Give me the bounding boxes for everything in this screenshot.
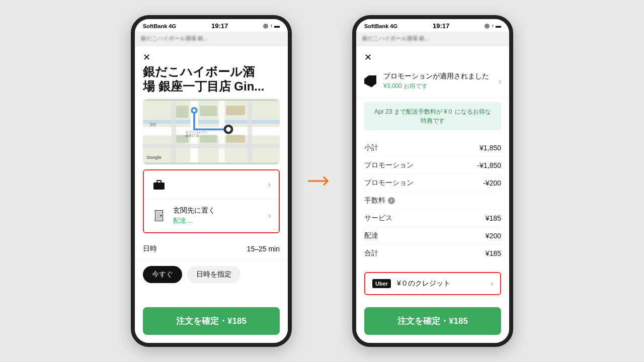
svg-point-15 — [193, 109, 196, 112]
right-status-bar: SoftBank 4G 19:17 ◎ ↑ ▬ — [356, 19, 509, 32]
restaurant-title: 銀だこハイボール酒 場 銀座一丁目店 Gin... — [135, 65, 288, 99]
credit-row[interactable]: Uber ¥０のクレジット › — [364, 272, 501, 295]
subtotal-label: 小計 — [364, 143, 378, 152]
svg-rect-4 — [219, 101, 224, 162]
svg-rect-8 — [176, 106, 189, 118]
left-time: 19:17 — [211, 22, 228, 30]
green-banner: Apr 23 まで配送手数料が ¥０ になるお得な特典です — [364, 102, 501, 130]
svg-rect-5 — [172, 101, 176, 162]
delivery-options-section: › 玄関先に置く 配達… — [143, 169, 280, 233]
price-row-subtotal: 小計 ¥1,850 — [364, 139, 501, 157]
schedule-button[interactable]: 日時を指定 — [187, 266, 240, 283]
now-button[interactable]: 今すぐ — [143, 266, 182, 283]
map-image: 宝町 セブン-イレブン 銀座1丁目 Google — [143, 99, 280, 164]
door-chevron: › — [268, 211, 271, 220]
svg-point-27 — [160, 215, 162, 216]
page-container: SoftBank 4G 19:17 ◎ ↑ ▬ 銀だこハイボール酒場 銀... … — [121, 5, 523, 357]
right-sheet: ✕ プロモーションが適用されました ¥3,000 お得です › Apr 23 ま… — [356, 46, 509, 343]
credit-label: ¥０のクレジット — [397, 279, 491, 288]
briefcase-icon — [152, 177, 166, 192]
uber-logo: Uber — [372, 279, 391, 288]
svg-rect-9 — [200, 106, 217, 116]
left-order-button[interactable]: 注文を確定・¥185 — [143, 307, 280, 335]
left-status-bar: SoftBank 4G 19:17 ◎ ↑ ▬ — [135, 19, 288, 32]
total-label: 合計 — [364, 249, 378, 258]
price-row-promo1: プロモーション -¥1,850 — [364, 157, 501, 174]
credit-chevron: › — [491, 279, 493, 288]
door-delivery-sublabel: 配達… — [173, 216, 268, 225]
svg-text:Google: Google — [147, 154, 162, 159]
right-status-icons: ◎ ↑ ▬ — [485, 23, 501, 29]
svg-rect-7 — [143, 143, 280, 148]
time-buttons-container: 今すぐ 日時を指定 — [135, 260, 288, 289]
promo2-label: プロモーション — [364, 178, 414, 188]
service-value: ¥185 — [486, 214, 501, 222]
promo-text: プロモーションが適用されました ¥3,000 お得です — [383, 72, 499, 90]
promo1-label: プロモーション — [364, 161, 414, 170]
right-order-button[interactable]: 注文を確定・¥185 — [364, 307, 501, 335]
delivery-label: 配達 — [364, 231, 378, 240]
svg-rect-22 — [153, 183, 165, 190]
svg-point-17 — [226, 127, 230, 131]
door-delivery-label: 玄関先に置く — [173, 206, 268, 215]
datetime-label: 日時 — [143, 244, 157, 253]
svg-rect-23 — [157, 180, 161, 183]
svg-text:宝町: 宝町 — [149, 122, 156, 126]
arrow-container — [307, 171, 337, 191]
door-icon — [152, 209, 166, 223]
svg-rect-13 — [226, 135, 245, 142]
svg-text:銀座1丁目: 銀座1丁目 — [186, 134, 199, 137]
price-section: 小計 ¥1,850 プロモーション -¥1,850 プロモーション -¥200 … — [356, 134, 509, 267]
price-row-delivery: 配達 ¥200 — [364, 227, 501, 245]
datetime-value: 15–25 min — [247, 245, 280, 253]
right-time: 19:17 — [433, 22, 449, 30]
promo-tag-icon — [364, 75, 376, 87]
briefcase-option[interactable]: › — [144, 170, 279, 199]
promo2-value: -¥200 — [483, 179, 501, 187]
price-row-fee: 手数料 i — [364, 192, 501, 210]
info-icon: i — [388, 197, 395, 204]
door-delivery-content: 玄関先に置く 配達… — [173, 206, 268, 225]
left-map-bar: 銀だこハイボール酒場 銀... — [135, 32, 288, 46]
svg-text:セブン-イレブン: セブン-イレブン — [186, 130, 208, 133]
subtotal-value: ¥1,850 — [479, 144, 501, 152]
price-row-total: 合計 ¥185 — [364, 245, 501, 262]
delivery-value: ¥200 — [486, 232, 501, 240]
fee-label: 手数料 i — [364, 196, 395, 205]
promo-subtitle: ¥3,000 お得です — [383, 82, 499, 90]
service-label: サービス — [364, 214, 392, 223]
promo-row[interactable]: プロモーションが適用されました ¥3,000 お得です › — [356, 65, 509, 98]
promo-title: プロモーションが適用されました — [383, 72, 499, 81]
left-phone: SoftBank 4G 19:17 ◎ ↑ ▬ 銀だこハイボール酒場 銀... … — [131, 15, 292, 347]
briefcase-chevron: › — [268, 180, 271, 189]
right-map-bar: 銀だこハイボール酒場 銀... — [356, 32, 509, 46]
promo-chevron: › — [499, 77, 501, 86]
left-status-icons: ◎ ↑ ▬ — [263, 23, 280, 29]
right-close-button[interactable]: ✕ — [356, 46, 509, 65]
left-carrier: SoftBank 4G — [143, 23, 176, 29]
svg-rect-1 — [143, 127, 280, 135]
left-sheet: ✕ 銀だこハイボール酒 場 銀座一丁目店 Gin... — [135, 46, 288, 343]
svg-rect-12 — [200, 135, 217, 142]
svg-rect-2 — [143, 120, 280, 124]
right-phone: SoftBank 4G 19:17 ◎ ↑ ▬ 銀だこハイボール酒場 銀... … — [352, 15, 513, 347]
total-value: ¥185 — [486, 249, 501, 257]
right-carrier: SoftBank 4G — [364, 23, 397, 29]
svg-rect-10 — [226, 106, 245, 115]
price-row-promo2: プロモーション -¥200 — [364, 174, 501, 192]
door-delivery-option[interactable]: 玄関先に置く 配達… › — [144, 199, 279, 232]
promo1-value: -¥1,850 — [477, 161, 501, 169]
datetime-row: 日時 15–25 min — [135, 238, 288, 260]
left-close-button[interactable]: ✕ — [135, 46, 288, 65]
svg-rect-6 — [248, 101, 252, 162]
price-row-service: サービス ¥185 — [364, 210, 501, 227]
